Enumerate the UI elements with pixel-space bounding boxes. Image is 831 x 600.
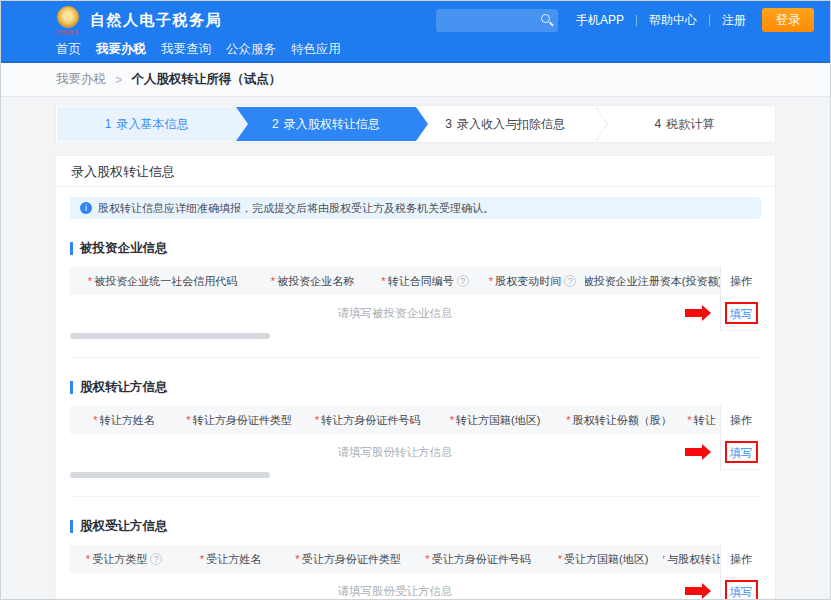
logo-caption: 中国税务: [56, 29, 80, 35]
column-header: * 受让方身份证件类型: [283, 545, 413, 573]
step-2-transfer-info[interactable]: 2 录入股权转让信息: [236, 107, 415, 141]
nav-item-home[interactable]: 首页: [56, 41, 81, 58]
notice-banner: i 股权转让信息应详细准确填报，完成提交后将由股权受让方及税务机关受理确认。: [70, 197, 761, 219]
column-header: * 转让: [683, 406, 720, 434]
required-icon: *: [93, 414, 97, 426]
column-header: * 转让方身份证件号码: [300, 406, 435, 434]
step-4-tax-calc[interactable]: 4 税款计算: [595, 107, 774, 141]
column-header: * 股权转让份额（股）: [555, 406, 683, 434]
required-icon: *: [489, 275, 493, 287]
column-header: * 转让方身份证件类型: [178, 406, 300, 434]
step-3-income-deduction[interactable]: 3 录入收入与扣除信息: [416, 107, 595, 141]
step-label: 录入基本信息: [116, 116, 188, 133]
panel-title: 录入股权转让信息: [56, 156, 775, 187]
app-header: 中国税务 自然人电子税务局 手机APP 帮助中心 注册 登录: [1, 1, 830, 39]
breadcrumb-parent[interactable]: 我要办税: [56, 71, 106, 88]
transferee-table: * 受让方类型 ? * 受让方姓名 * 受让方身份证件类型: [70, 545, 761, 600]
fill-button[interactable]: 填写: [730, 586, 753, 598]
action-column-header: 操作: [721, 406, 761, 434]
column-header: * 受让方类型 ?: [70, 545, 178, 573]
breadcrumb-separator-icon: >: [115, 73, 122, 87]
login-button[interactable]: 登录: [762, 8, 814, 32]
step-label: 录入收入与扣除信息: [457, 116, 565, 133]
section-title: 股权转让方信息: [70, 379, 761, 396]
step-number: 4: [655, 117, 662, 131]
required-icon: *: [88, 275, 92, 287]
column-header: * 与股权转让: [663, 545, 720, 573]
info-icon: i: [80, 202, 92, 214]
column-header: * 受让方国籍(地区): [543, 545, 663, 573]
scrollbar-thumb[interactable]: [70, 472, 270, 478]
separator: [709, 15, 710, 26]
annotation-box: 填写: [725, 441, 758, 463]
column-header: * 转让方国籍(地区): [435, 406, 555, 434]
annotation-box: 填写: [725, 302, 758, 324]
step-1-basic-info[interactable]: 1 录入基本信息: [57, 107, 236, 141]
action-column: 操作 填写: [720, 545, 761, 600]
link-help-center[interactable]: 帮助中心: [649, 12, 697, 29]
section-transferee: 股权受让方信息 * 受让方类型 ? * 受让方姓名: [56, 518, 775, 600]
horizontal-scrollbar[interactable]: [70, 331, 720, 341]
table-header: * 受让方类型 ? * 受让方姓名 * 受让方身份证件类型: [70, 545, 720, 573]
annotation-arrow-icon: [685, 587, 702, 595]
help-icon[interactable]: ?: [457, 275, 469, 287]
tax-logo: 中国税务: [56, 6, 80, 35]
fill-button[interactable]: 填写: [730, 447, 753, 459]
nav-item-public-service[interactable]: 公众服务: [226, 41, 276, 58]
step-number: 3: [445, 117, 452, 131]
fill-button[interactable]: 填写: [730, 308, 753, 320]
search-icon[interactable]: [541, 14, 550, 23]
section-invested-company: 被投资企业信息 * 被投资企业统一社会信用代码 * 被投资企业名称: [56, 240, 775, 358]
section-title: 股权受让方信息: [70, 518, 761, 535]
page: 中国税务 自然人电子税务局 手机APP 帮助中心 注册 登录 首页 我要办税 我…: [0, 0, 831, 600]
help-icon[interactable]: ?: [564, 275, 576, 287]
annotation-box: 填写: [725, 580, 758, 600]
transferor-table: * 转让方姓名 * 转让方身份证件类型 * 转让方身份证件号码: [70, 406, 761, 480]
search-input[interactable]: [436, 9, 558, 32]
form-panel: 录入股权转让信息 i 股权转让信息应详细准确填报，完成提交后将由股权受让方及税务…: [55, 155, 776, 600]
section-divider: [70, 496, 761, 497]
required-icon: *: [186, 414, 190, 426]
action-column: 操作 填写: [720, 267, 761, 331]
breadcrumb: 我要办税 > 个人股权转让所得（试点）: [1, 63, 830, 97]
search-box[interactable]: [436, 9, 558, 32]
link-mobile-app[interactable]: 手机APP: [576, 12, 624, 29]
invested-company-table: * 被投资企业统一社会信用代码 * 被投资企业名称 * 转让合同编号 ?: [70, 267, 761, 341]
nav-item-do-tax[interactable]: 我要办税: [96, 41, 146, 58]
title-bar-icon: [70, 381, 73, 394]
column-header: * 受让方身份证件号码: [413, 545, 543, 573]
required-icon: *: [315, 414, 319, 426]
required-icon: *: [687, 414, 691, 426]
table-header: * 转让方姓名 * 转让方身份证件类型 * 转让方身份证件号码: [70, 406, 720, 434]
required-icon: *: [425, 553, 429, 565]
nav-item-featured-apps[interactable]: 特色应用: [291, 41, 341, 58]
required-icon: *: [295, 553, 299, 565]
step-wizard: 1 录入基本信息 2 录入股权转让信息 3 录入收入与扣除信息 4 税款计算: [55, 105, 776, 143]
action-column: 操作 填写: [720, 406, 761, 470]
app-title: 自然人电子税务局: [90, 11, 222, 30]
step-number: 2: [272, 117, 279, 131]
column-header: * 转让方姓名: [70, 406, 178, 434]
nav-item-query[interactable]: 我要查询: [161, 41, 211, 58]
required-icon: *: [200, 553, 204, 565]
required-icon: *: [271, 275, 275, 287]
column-header: * 股权变动时间 ?: [480, 267, 585, 295]
table-empty-row: 请填写股份转让方信息: [70, 434, 720, 470]
column-header: * 转让合同编号 ?: [370, 267, 480, 295]
separator: [636, 15, 637, 26]
help-icon[interactable]: ?: [150, 553, 162, 565]
annotation-arrow-icon: [685, 309, 702, 317]
section-title: 被投资企业信息: [70, 240, 761, 257]
section-transferor: 股权转让方信息 * 转让方姓名 * 转让方身份证件类型: [56, 379, 775, 497]
notice-text: 股权转让信息应详细准确填报，完成提交后将由股权受让方及税务机关受理确认。: [98, 201, 494, 216]
action-column-header: 操作: [721, 545, 761, 573]
step-label: 税款计算: [666, 116, 714, 133]
horizontal-scrollbar[interactable]: [70, 470, 720, 480]
step-label: 录入股权转让信息: [284, 116, 380, 133]
link-register[interactable]: 注册: [722, 12, 746, 29]
scrollbar-thumb[interactable]: [70, 333, 270, 339]
required-icon: *: [381, 275, 385, 287]
required-icon: *: [86, 553, 90, 565]
column-header: * 被投资企业名称: [255, 267, 370, 295]
title-bar-icon: [70, 242, 73, 255]
